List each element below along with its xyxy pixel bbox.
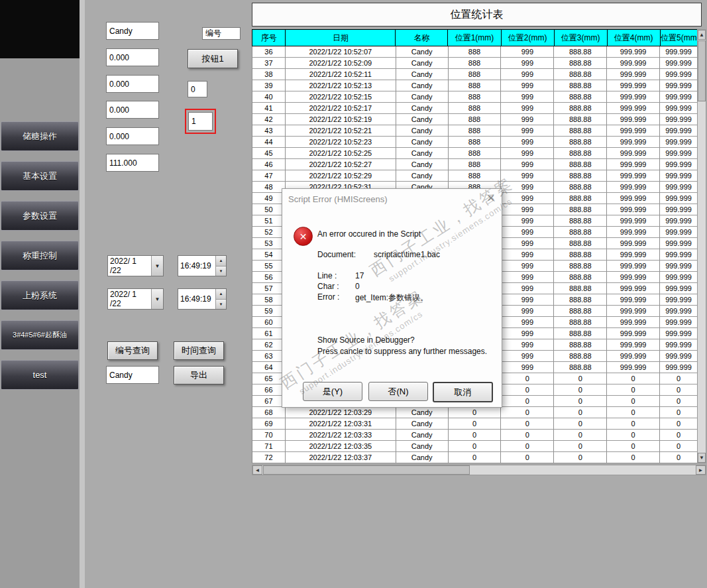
start-date-picker[interactable]: 2022/ 1 /22 ▼ [107,255,164,276]
query-by-id-button[interactable]: 编号查询 [107,341,158,360]
cancel-button[interactable]: 取消 [433,382,493,402]
end-date-picker[interactable]: 2022/ 1 /22 ▼ [107,288,164,310]
table-cell: 999 [501,91,554,103]
field-zero[interactable]: 0 [188,81,207,97]
table-cell: 999 [501,193,554,204]
document-value: scriptact\time1.bac [374,250,440,259]
table-cell: 0 [449,418,502,430]
sidebar-item-weighing-control[interactable]: 称重控制 [1,241,79,270]
table-cell: 888.88 [554,125,607,137]
export-button[interactable]: 导出 [174,366,224,384]
table-cell: 999 [501,103,554,114]
id-number-field[interactable]: 编号 [202,27,241,40]
table-cell: Candy [396,170,449,182]
vertical-scrollbar[interactable]: ▲ ▼ [697,29,706,463]
sidebar-item-parameter-settings[interactable]: 参数设置 [1,201,79,231]
table-cell: 62 [252,339,286,351]
sidebar-item-powder-system[interactable]: 上粉系统 [1,280,79,310]
spin-up-icon[interactable]: ▲ [216,256,226,266]
table-cell: 999 [501,46,554,58]
value-input-5[interactable]: 111.000 [106,154,159,172]
error-icon: ✕ [294,227,313,246]
table-cell: 888.88 [554,261,607,272]
table-cell: 0 [554,373,607,384]
table-cell: 43 [252,125,286,137]
scroll-left-icon[interactable]: ◄ [252,465,262,475]
horizontal-scroll-thumb[interactable] [263,465,470,475]
sidebar-item-shortening[interactable]: 3#4#5#6#起酥油 [1,320,79,350]
horizontal-scrollbar[interactable]: ◄ ► [252,465,706,475]
value-input-1[interactable]: 0.000 [106,48,159,66]
dialog-title: Script Error (HMIScreens) [288,194,388,204]
start-time-picker[interactable]: 16:49:19 ▲ ▼ [178,255,227,276]
button1[interactable]: 按钮1 [188,49,238,68]
vertical-scroll-thumb[interactable] [698,40,706,101]
query-by-time-button[interactable]: 时间查询 [174,341,224,360]
product-name-input[interactable]: Candy [106,22,159,40]
chevron-down-icon[interactable]: ▼ [151,256,163,276]
sidebar-item-sugar-storage[interactable]: 储糖操作 [1,121,79,151]
yes-button[interactable]: 是(Y) [303,382,362,401]
table-cell: 2022/1/22 10:52:29 [286,170,396,182]
table-cell: 888 [449,91,502,103]
table-cell: 0 [501,407,554,418]
value-input-2[interactable]: 0.000 [106,75,159,93]
search-name-input[interactable]: Candy [106,366,159,384]
table-cell: 888.88 [554,69,607,80]
close-icon[interactable]: ✕ [486,192,495,204]
table-cell: 999 [501,182,554,193]
table-cell: Candy [396,137,449,148]
table-row: 452022/1/22 10:52:25Candy888999888.88999… [252,148,697,159]
table-cell: 999.999 [660,148,697,159]
table-cell: 0 [501,373,554,384]
no-button[interactable]: 否(N) [368,382,428,401]
table-cell: 0 [554,430,607,441]
char-label: Char : [317,282,339,291]
table-cell: 888 [449,148,502,159]
table-cell: 999.999 [660,125,697,137]
table-cell: 48 [252,182,286,193]
scroll-up-icon[interactable]: ▲ [698,30,706,40]
char-value: 0 [355,282,360,291]
table-cell: 999.999 [660,170,697,182]
table-cell: 999 [501,114,554,125]
hmi-screen: 储糖操作 基本设置 参数设置 称重控制 上粉系统 3#4#5#6#起酥油 tes… [0,0,707,588]
end-time-picker[interactable]: 16:49:19 ▲ ▼ [178,288,227,310]
table-cell: 888.88 [554,272,607,283]
sidebar-item-basic-settings[interactable]: 基本设置 [1,161,79,191]
spin-up-icon[interactable]: ▲ [216,289,226,300]
table-cell: 64 [252,362,286,373]
table-header-row: 序号 日期 名称 位置1(mm) 位置2(mm) 位置3(mm) 位置4(mm)… [252,29,697,46]
table-cell: 0 [660,441,697,452]
table-cell: 0 [501,396,554,407]
table-row: 432022/1/22 10:52:21Candy888999888.88999… [252,125,697,137]
spin-down-icon[interactable]: ▼ [216,266,226,276]
error-message: An error occured in the Script [317,229,421,239]
table-cell: 999.999 [660,339,697,351]
spin-down-icon[interactable]: ▼ [216,300,226,310]
table-cell: 0 [449,430,502,441]
value-input-3[interactable]: 0.000 [106,101,159,119]
table-cell: 56 [252,272,286,283]
table-cell: 888.88 [554,283,607,294]
start-date-value: 2022/ 1 /22 [108,256,151,276]
table-cell: 999 [501,249,554,261]
table-cell: Candy [396,91,449,103]
value-input-4[interactable]: 0.000 [106,127,159,145]
sidebar-item-test[interactable]: test [1,360,79,390]
scroll-down-icon[interactable]: ▼ [698,453,706,463]
table-cell: 999.999 [607,272,660,283]
chevron-down-icon[interactable]: ▼ [151,289,163,309]
table-cell: 38 [252,69,286,80]
table-cell: 999.999 [660,272,697,283]
scroll-right-icon[interactable]: ► [696,465,706,475]
table-cell: 0 [660,407,697,418]
table-cell: 888.88 [554,227,607,238]
document-label: Document: [317,250,356,259]
table-cell: 888.88 [554,182,607,193]
table-cell: 2022/1/22 10:52:19 [286,114,396,125]
table-row: 472022/1/22 10:52:29Candy888999888.88999… [252,170,697,182]
table-cell: 888.88 [554,306,607,317]
table-cell: 999.999 [607,159,660,170]
table-cell: 0 [501,430,554,441]
